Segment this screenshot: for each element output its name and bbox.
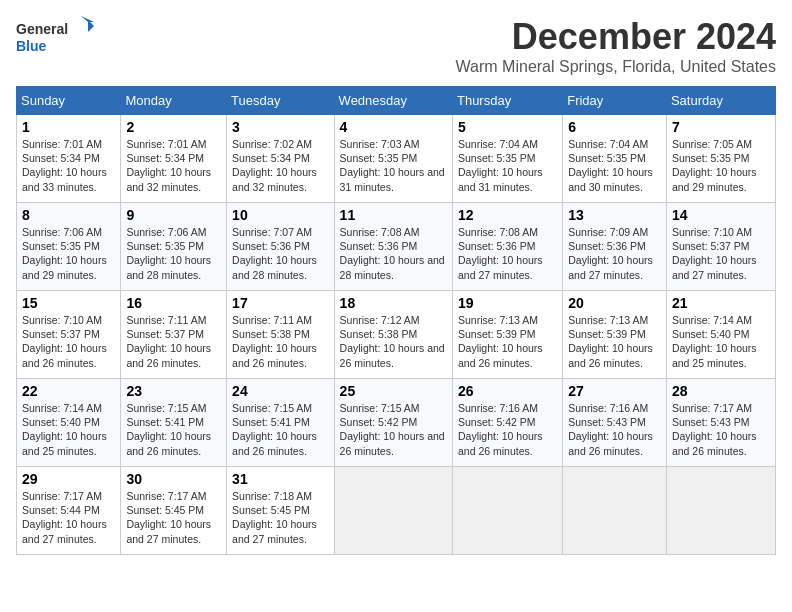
day-number: 28: [672, 383, 770, 399]
day-info: Sunrise: 7:06 AMSunset: 5:35 PMDaylight:…: [22, 225, 115, 282]
day-cell: 1 Sunrise: 7:01 AMSunset: 5:34 PMDayligh…: [17, 115, 121, 203]
day-info: Sunrise: 7:01 AMSunset: 5:34 PMDaylight:…: [22, 137, 115, 194]
day-number: 25: [340, 383, 447, 399]
day-info: Sunrise: 7:13 AMSunset: 5:39 PMDaylight:…: [458, 313, 557, 370]
day-info: Sunrise: 7:16 AMSunset: 5:43 PMDaylight:…: [568, 401, 661, 458]
day-cell: 5 Sunrise: 7:04 AMSunset: 5:35 PMDayligh…: [452, 115, 562, 203]
day-number: 30: [126, 471, 221, 487]
header-cell-sunday: Sunday: [17, 87, 121, 115]
day-cell: 7 Sunrise: 7:05 AMSunset: 5:35 PMDayligh…: [666, 115, 775, 203]
day-cell: 15 Sunrise: 7:10 AMSunset: 5:37 PMDaylig…: [17, 291, 121, 379]
day-cell: 31 Sunrise: 7:18 AMSunset: 5:45 PMDaylig…: [227, 467, 334, 555]
week-row-3: 15 Sunrise: 7:10 AMSunset: 5:37 PMDaylig…: [17, 291, 776, 379]
day-info: Sunrise: 7:04 AMSunset: 5:35 PMDaylight:…: [568, 137, 661, 194]
logo: General Blue: [16, 16, 96, 60]
week-row-4: 22 Sunrise: 7:14 AMSunset: 5:40 PMDaylig…: [17, 379, 776, 467]
day-info: Sunrise: 7:10 AMSunset: 5:37 PMDaylight:…: [672, 225, 770, 282]
day-cell: 26 Sunrise: 7:16 AMSunset: 5:42 PMDaylig…: [452, 379, 562, 467]
day-number: 17: [232, 295, 328, 311]
header-cell-monday: Monday: [121, 87, 227, 115]
day-cell: 2 Sunrise: 7:01 AMSunset: 5:34 PMDayligh…: [121, 115, 227, 203]
week-row-2: 8 Sunrise: 7:06 AMSunset: 5:35 PMDayligh…: [17, 203, 776, 291]
day-info: Sunrise: 7:08 AMSunset: 5:36 PMDaylight:…: [458, 225, 557, 282]
day-cell: 23 Sunrise: 7:15 AMSunset: 5:41 PMDaylig…: [121, 379, 227, 467]
day-info: Sunrise: 7:16 AMSunset: 5:42 PMDaylight:…: [458, 401, 557, 458]
day-number: 27: [568, 383, 661, 399]
calendar-body: 1 Sunrise: 7:01 AMSunset: 5:34 PMDayligh…: [17, 115, 776, 555]
day-cell: 6 Sunrise: 7:04 AMSunset: 5:35 PMDayligh…: [563, 115, 667, 203]
day-info: Sunrise: 7:06 AMSunset: 5:35 PMDaylight:…: [126, 225, 221, 282]
day-info: Sunrise: 7:15 AMSunset: 5:41 PMDaylight:…: [126, 401, 221, 458]
day-info: Sunrise: 7:17 AMSunset: 5:43 PMDaylight:…: [672, 401, 770, 458]
day-cell: 25 Sunrise: 7:15 AMSunset: 5:42 PMDaylig…: [334, 379, 452, 467]
day-info: Sunrise: 7:12 AMSunset: 5:38 PMDaylight:…: [340, 313, 447, 370]
day-number: 12: [458, 207, 557, 223]
day-info: Sunrise: 7:03 AMSunset: 5:35 PMDaylight:…: [340, 137, 447, 194]
day-cell: 12 Sunrise: 7:08 AMSunset: 5:36 PMDaylig…: [452, 203, 562, 291]
day-number: 7: [672, 119, 770, 135]
day-cell: 10 Sunrise: 7:07 AMSunset: 5:36 PMDaylig…: [227, 203, 334, 291]
day-info: Sunrise: 7:02 AMSunset: 5:34 PMDaylight:…: [232, 137, 328, 194]
day-number: 3: [232, 119, 328, 135]
day-number: 22: [22, 383, 115, 399]
day-info: Sunrise: 7:15 AMSunset: 5:41 PMDaylight:…: [232, 401, 328, 458]
day-number: 14: [672, 207, 770, 223]
svg-text:Blue: Blue: [16, 38, 47, 54]
calendar-table: SundayMondayTuesdayWednesdayThursdayFrid…: [16, 86, 776, 555]
header-cell-thursday: Thursday: [452, 87, 562, 115]
day-number: 13: [568, 207, 661, 223]
day-number: 2: [126, 119, 221, 135]
day-number: 29: [22, 471, 115, 487]
day-cell: [334, 467, 452, 555]
day-number: 15: [22, 295, 115, 311]
day-number: 9: [126, 207, 221, 223]
day-number: 26: [458, 383, 557, 399]
header-cell-tuesday: Tuesday: [227, 87, 334, 115]
day-info: Sunrise: 7:15 AMSunset: 5:42 PMDaylight:…: [340, 401, 447, 458]
day-number: 21: [672, 295, 770, 311]
day-number: 8: [22, 207, 115, 223]
day-info: Sunrise: 7:09 AMSunset: 5:36 PMDaylight:…: [568, 225, 661, 282]
day-cell: 21 Sunrise: 7:14 AMSunset: 5:40 PMDaylig…: [666, 291, 775, 379]
day-number: 5: [458, 119, 557, 135]
day-cell: 19 Sunrise: 7:13 AMSunset: 5:39 PMDaylig…: [452, 291, 562, 379]
day-info: Sunrise: 7:04 AMSunset: 5:35 PMDaylight:…: [458, 137, 557, 194]
day-number: 4: [340, 119, 447, 135]
day-info: Sunrise: 7:13 AMSunset: 5:39 PMDaylight:…: [568, 313, 661, 370]
day-cell: 18 Sunrise: 7:12 AMSunset: 5:38 PMDaylig…: [334, 291, 452, 379]
day-cell: [452, 467, 562, 555]
day-cell: 16 Sunrise: 7:11 AMSunset: 5:37 PMDaylig…: [121, 291, 227, 379]
day-info: Sunrise: 7:17 AMSunset: 5:44 PMDaylight:…: [22, 489, 115, 546]
week-row-5: 29 Sunrise: 7:17 AMSunset: 5:44 PMDaylig…: [17, 467, 776, 555]
day-info: Sunrise: 7:07 AMSunset: 5:36 PMDaylight:…: [232, 225, 328, 282]
header-cell-saturday: Saturday: [666, 87, 775, 115]
day-number: 19: [458, 295, 557, 311]
day-cell: 9 Sunrise: 7:06 AMSunset: 5:35 PMDayligh…: [121, 203, 227, 291]
day-cell: 17 Sunrise: 7:11 AMSunset: 5:38 PMDaylig…: [227, 291, 334, 379]
day-number: 10: [232, 207, 328, 223]
day-info: Sunrise: 7:17 AMSunset: 5:45 PMDaylight:…: [126, 489, 221, 546]
day-number: 31: [232, 471, 328, 487]
day-number: 6: [568, 119, 661, 135]
day-info: Sunrise: 7:01 AMSunset: 5:34 PMDaylight:…: [126, 137, 221, 194]
svg-text:General: General: [16, 21, 68, 37]
day-number: 24: [232, 383, 328, 399]
header-cell-wednesday: Wednesday: [334, 87, 452, 115]
day-cell: 28 Sunrise: 7:17 AMSunset: 5:43 PMDaylig…: [666, 379, 775, 467]
day-info: Sunrise: 7:05 AMSunset: 5:35 PMDaylight:…: [672, 137, 770, 194]
day-info: Sunrise: 7:11 AMSunset: 5:37 PMDaylight:…: [126, 313, 221, 370]
day-cell: 14 Sunrise: 7:10 AMSunset: 5:37 PMDaylig…: [666, 203, 775, 291]
day-cell: 4 Sunrise: 7:03 AMSunset: 5:35 PMDayligh…: [334, 115, 452, 203]
day-number: 11: [340, 207, 447, 223]
day-cell: 20 Sunrise: 7:13 AMSunset: 5:39 PMDaylig…: [563, 291, 667, 379]
day-info: Sunrise: 7:11 AMSunset: 5:38 PMDaylight:…: [232, 313, 328, 370]
day-cell: 29 Sunrise: 7:17 AMSunset: 5:44 PMDaylig…: [17, 467, 121, 555]
logo-svg: General Blue: [16, 16, 96, 60]
calendar-subtitle: Warm Mineral Springs, Florida, United St…: [456, 58, 776, 76]
svg-marker-3: [81, 16, 94, 22]
day-cell: [563, 467, 667, 555]
calendar-title: December 2024: [456, 16, 776, 58]
day-number: 23: [126, 383, 221, 399]
header-row: SundayMondayTuesdayWednesdayThursdayFrid…: [17, 87, 776, 115]
day-info: Sunrise: 7:10 AMSunset: 5:37 PMDaylight:…: [22, 313, 115, 370]
